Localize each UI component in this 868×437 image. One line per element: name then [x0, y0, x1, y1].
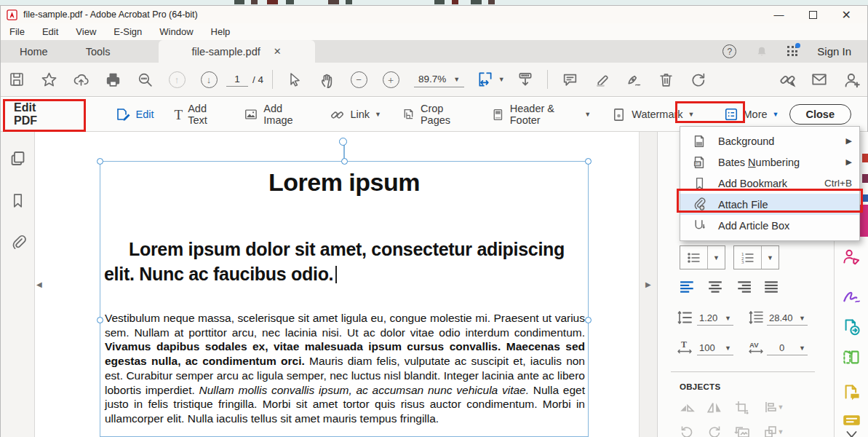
tab-tools[interactable]: Tools [67, 40, 130, 63]
flip-vertical-button[interactable] [677, 398, 697, 416]
previous-page-button[interactable]: ↑ [161, 63, 193, 96]
numbered-list-icon[interactable]: 123 [734, 246, 761, 269]
menu-item-add-article-box[interactable]: Add Article Box [680, 215, 859, 236]
link-share-button[interactable] [771, 71, 803, 89]
fill-and-sign-tool-button[interactable] [842, 247, 861, 267]
align-center-button[interactable] [706, 279, 725, 295]
page-number-input[interactable]: 1 [226, 72, 248, 87]
bullet-list-button-group[interactable]: ▼ [680, 245, 725, 269]
replace-image-button[interactable] [732, 423, 752, 437]
organize-pages-tool-button[interactable] [842, 347, 861, 367]
shortcut-label: Ctrl+B [824, 178, 852, 189]
page-display-button[interactable] [509, 63, 541, 96]
page-thumbnails-button[interactable] [1, 142, 35, 174]
horizontal-scale-select[interactable]: 100▼ [697, 341, 733, 355]
next-page-button[interactable]: ↓ [193, 63, 225, 96]
help-icon[interactable]: ? [722, 44, 736, 58]
app-grid-icon[interactable] [787, 46, 798, 57]
expand-right-panel-icon[interactable]: ▶ [645, 280, 651, 288]
search-button[interactable] [129, 63, 161, 96]
crop-object-button[interactable] [732, 398, 752, 416]
more-tools-chevron-icon[interactable] [842, 429, 861, 437]
hand-tool-button[interactable] [311, 63, 343, 96]
request-signatures-tool-button[interactable] [842, 286, 861, 306]
bookmarks-panel-button[interactable] [1, 184, 35, 216]
rotate-counterclockwise-button[interactable] [677, 423, 697, 437]
header-footer-icon [491, 107, 505, 122]
zoom-in-button[interactable]: ＋ [375, 63, 407, 96]
flip-horizontal-button[interactable] [704, 398, 725, 416]
maximize-button[interactable] [809, 11, 817, 19]
minimize-button[interactable]: — [774, 9, 784, 20]
align-objects-button[interactable]: ▼ [760, 398, 787, 416]
rotate-clockwise-object-button[interactable] [704, 423, 725, 437]
paragraph-spacing-select[interactable]: 28.40▼ [767, 311, 808, 326]
fit-width-button[interactable]: ▼ [471, 63, 509, 96]
bullet-list-options-caret[interactable]: ▼ [707, 246, 725, 269]
sticky-note-tool-button[interactable] [842, 414, 861, 426]
close-window-button[interactable]: ✕ [842, 8, 851, 22]
add-text-button[interactable]: T Add Text [175, 103, 224, 126]
chevron-down-icon: ▼ [584, 111, 591, 118]
numbered-list-options-caret[interactable]: ▼ [761, 246, 779, 269]
line-spacing-select[interactable]: 1.20▼ [697, 311, 733, 326]
attachments-panel-button[interactable] [1, 227, 35, 259]
tab-close-icon[interactable]: ✕ [274, 46, 282, 57]
app-window: file-sample.pdf - Adobe Acrobat Pro (64-… [0, 5, 868, 437]
menu-item-bates-numbering[interactable]: 012 Bates Numbering ▶ [680, 151, 859, 173]
watermark-button[interactable]: Watermark ▼ [611, 107, 694, 122]
more-menu-button[interactable]: More ▼ [724, 107, 779, 122]
align-justify-button[interactable] [762, 279, 781, 295]
profile-button[interactable] [835, 71, 867, 89]
tab-document[interactable]: file-sample.pdf ✕ [159, 40, 315, 63]
select-tool-button[interactable] [279, 63, 311, 96]
crop-pages-button[interactable]: Crop Pages [402, 103, 471, 126]
star-button[interactable] [33, 63, 65, 96]
close-tool-button[interactable]: Close [789, 104, 852, 125]
resize-handle-mid-right[interactable] [585, 317, 592, 323]
export-pdf-tool-button[interactable] [842, 317, 861, 336]
menu-window[interactable]: Window [159, 26, 193, 37]
zoom-level-select[interactable]: 89.7% ▼ [414, 71, 464, 87]
menu-help[interactable]: Help [211, 26, 231, 37]
numbered-list-button-group[interactable]: 123 ▼ [733, 245, 779, 269]
align-right-button[interactable] [734, 279, 753, 295]
tab-home[interactable]: Home [1, 40, 67, 63]
header-footer-button[interactable]: Header & Footer ▼ [491, 103, 591, 126]
sign-in-button[interactable]: Sign In [817, 45, 851, 58]
menu-view[interactable]: View [76, 26, 96, 37]
arrange-objects-button[interactable]: ▼ [760, 423, 787, 437]
share-button[interactable] [65, 63, 97, 96]
zoom-out-button[interactable]: − [343, 63, 375, 96]
email-button[interactable] [803, 71, 835, 88]
align-left-button[interactable] [678, 279, 697, 295]
sign-button[interactable] [618, 63, 650, 96]
menu-item-attach-file[interactable]: Attach File [680, 194, 859, 215]
resize-handle-mid-left[interactable] [97, 317, 103, 323]
resize-handle-top-right[interactable] [585, 158, 592, 165]
link-menu-button[interactable]: Link ▼ [330, 107, 381, 122]
bullet-list-icon[interactable] [680, 246, 707, 269]
menu-edit[interactable]: Edit [42, 26, 58, 37]
character-spacing-select[interactable]: 0▼ [767, 341, 808, 355]
menu-item-background[interactable]: Background ▶ [680, 130, 859, 151]
menu-file[interactable]: File [9, 26, 25, 37]
collapse-left-panel-icon[interactable]: ◀ [36, 280, 42, 288]
rotate-button[interactable] [682, 63, 714, 96]
highlight-button[interactable] [586, 63, 618, 96]
comment-button[interactable] [554, 63, 586, 96]
delete-button[interactable] [650, 63, 682, 96]
edit-mode-button[interactable]: Edit [115, 106, 154, 122]
save-button[interactable] [1, 63, 33, 96]
panel-splitter[interactable]: ▶ [639, 132, 658, 437]
menu-item-add-bookmark[interactable]: Add Bookmark Ctrl+B [680, 173, 859, 194]
menu-esign[interactable]: E-Sign [114, 26, 142, 37]
add-image-button[interactable]: Add Image [244, 103, 309, 126]
print-button[interactable] [97, 63, 129, 96]
notifications-bell-icon[interactable] [755, 45, 768, 58]
document-canvas[interactable]: Lorem ipsum Lorem ipsum dolor sit amet, … [36, 132, 639, 437]
rotation-handle[interactable] [339, 138, 347, 146]
resize-handle-top-center[interactable] [341, 158, 348, 165]
comments-tool-button[interactable] [842, 382, 861, 402]
resize-handle-top-left[interactable] [97, 158, 103, 165]
